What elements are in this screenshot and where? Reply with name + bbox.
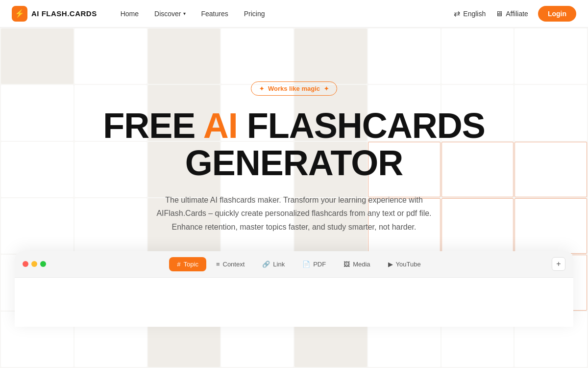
tool-titlebar: # Topic ≡ Context 🔗 Link 📄 PDF 🖼 Me xyxy=(15,251,573,278)
tool-body xyxy=(15,278,573,327)
list-icon: ≡ xyxy=(216,261,220,268)
star-left-icon: ✦ xyxy=(259,85,264,92)
nav-links: Home Discover ▾ Features Pricing xyxy=(121,10,454,18)
hero-section: ✦ Works like magic ✦ FREE AI FLASHCARDS … xyxy=(0,27,588,368)
tab-context[interactable]: ≡ Context xyxy=(208,257,252,271)
logo-icon: ⚡ xyxy=(12,6,27,22)
tool-tabs: # Topic ≡ Context 🔗 Link 📄 PDF 🖼 Me xyxy=(54,257,544,271)
logo-text: AI FLASH.CARDS xyxy=(31,9,97,18)
link-icon: 🔗 xyxy=(262,261,270,268)
add-tab-button[interactable]: + xyxy=(552,257,565,271)
tool-window: # Topic ≡ Context 🔗 Link 📄 PDF 🖼 Me xyxy=(15,251,573,327)
star-right-icon: ✦ xyxy=(324,85,329,92)
monitor-icon: 🖥 xyxy=(495,9,503,18)
youtube-icon: ▶ xyxy=(388,261,393,268)
hash-icon: # xyxy=(177,261,180,268)
language-button[interactable]: ⇄ English xyxy=(454,9,486,18)
dot-green xyxy=(40,261,46,267)
dot-red xyxy=(23,261,28,267)
pdf-icon: 📄 xyxy=(302,261,310,268)
nav-home[interactable]: Home xyxy=(121,10,139,18)
hero-title: FREE AI FLASHCARDS GENERATOR xyxy=(0,107,588,182)
navbar: ⚡ AI FLASH.CARDS Home Discover ▾ Feature… xyxy=(0,0,588,27)
tab-pdf[interactable]: 📄 PDF xyxy=(294,257,334,271)
hero-subtitle: The ultimate AI flashcards maker. Transf… xyxy=(156,193,431,234)
tab-link[interactable]: 🔗 Link xyxy=(254,257,293,271)
tab-topic[interactable]: # Topic xyxy=(169,257,206,271)
nav-discover[interactable]: Discover ▾ xyxy=(154,10,185,18)
nav-features[interactable]: Features xyxy=(201,10,228,18)
login-button[interactable]: Login xyxy=(538,6,576,22)
tab-media[interactable]: 🖼 Media xyxy=(336,257,378,271)
titlebar-dots xyxy=(23,261,46,267)
dot-yellow xyxy=(31,261,37,267)
affiliate-button[interactable]: 🖥 Affiliate xyxy=(495,9,528,18)
logo-area[interactable]: ⚡ AI FLASH.CARDS xyxy=(12,6,97,22)
media-icon: 🖼 xyxy=(343,261,350,268)
chevron-down-icon: ▾ xyxy=(183,11,186,16)
tab-youtube[interactable]: ▶ YouTube xyxy=(380,257,429,271)
magic-badge: ✦ Works like magic ✦ xyxy=(251,81,337,96)
translate-icon: ⇄ xyxy=(454,9,460,18)
nav-right: ⇄ English 🖥 Affiliate Login xyxy=(454,6,576,22)
nav-pricing[interactable]: Pricing xyxy=(244,10,265,18)
